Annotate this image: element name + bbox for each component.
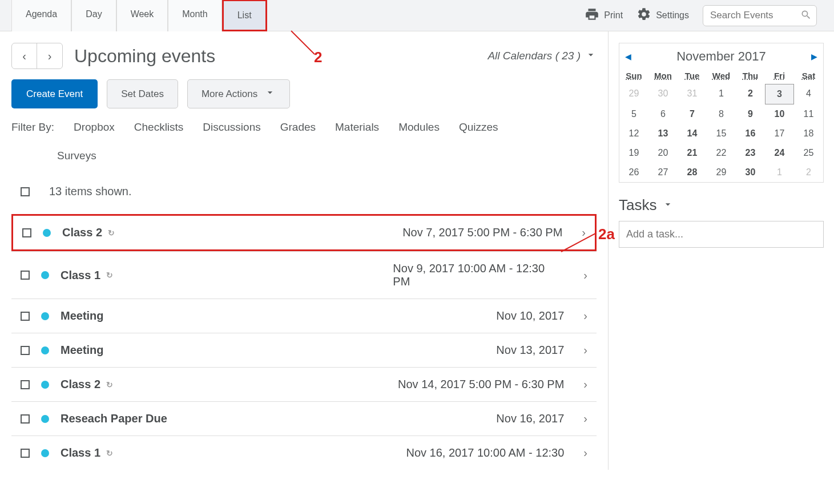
event-row[interactable]: Class 1 ↻ Nov 16, 2017 10:00 AM - 12:30 … bbox=[11, 436, 597, 470]
chevron-right-icon[interactable]: › bbox=[583, 309, 587, 322]
mini-cal-day[interactable]: 29 bbox=[619, 84, 648, 104]
filter-discussions[interactable]: Discussions bbox=[203, 121, 260, 134]
mini-cal-day[interactable]: 8 bbox=[707, 104, 736, 124]
mini-cal-day[interactable]: 17 bbox=[765, 124, 794, 143]
event-row[interactable]: Class 2 ↻ Nov 14, 2017 5:00 PM - 6:30 PM… bbox=[11, 367, 597, 401]
mini-cal-day[interactable]: 30 bbox=[648, 84, 678, 104]
event-checkbox[interactable] bbox=[21, 346, 30, 355]
event-title: Meeting bbox=[61, 344, 104, 357]
settings-button[interactable]: Settings bbox=[636, 7, 689, 24]
create-event-button[interactable]: Create Event bbox=[11, 79, 98, 108]
chevron-right-icon[interactable]: › bbox=[583, 269, 587, 282]
event-row[interactable]: Meeting Nov 13, 2017 › bbox=[11, 333, 597, 367]
mini-cal-day[interactable]: 29 bbox=[707, 163, 736, 182]
event-checkbox[interactable] bbox=[21, 312, 30, 321]
repeat-icon: ↻ bbox=[106, 380, 113, 389]
event-color-dot bbox=[41, 381, 49, 389]
filter-dropbox[interactable]: Dropbox bbox=[74, 121, 115, 134]
event-checkbox[interactable] bbox=[21, 380, 30, 389]
count-text: 13 items shown. bbox=[49, 185, 132, 198]
filter-label: Filter By: bbox=[11, 121, 54, 134]
chevron-right-icon[interactable]: › bbox=[583, 412, 587, 425]
event-row[interactable]: Reseach Paper Due Nov 16, 2017 › bbox=[11, 401, 597, 436]
prev-button[interactable]: ‹ bbox=[12, 43, 37, 68]
tab-week[interactable]: Week bbox=[116, 0, 168, 31]
chevron-right-icon[interactable]: › bbox=[582, 226, 586, 239]
mini-cal-day[interactable]: 13 bbox=[648, 124, 678, 143]
count-row: 13 items shown. bbox=[11, 179, 597, 204]
event-checkbox[interactable] bbox=[22, 228, 31, 237]
filter-modules[interactable]: Modules bbox=[398, 121, 440, 134]
chevron-right-icon[interactable]: › bbox=[583, 344, 587, 357]
filter-materials[interactable]: Materials bbox=[335, 121, 379, 134]
mini-cal-day[interactable]: 16 bbox=[736, 124, 765, 143]
mini-cal-day[interactable]: 26 bbox=[619, 163, 648, 182]
mini-cal-day[interactable]: 24 bbox=[765, 143, 794, 163]
mini-cal-day[interactable]: 25 bbox=[794, 143, 823, 163]
mini-cal-day[interactable]: 3 bbox=[765, 84, 794, 104]
mini-cal-day[interactable]: 9 bbox=[736, 104, 765, 124]
mini-cal-day[interactable]: 2 bbox=[736, 84, 765, 104]
more-actions-button[interactable]: More Actions bbox=[187, 79, 290, 108]
search-box[interactable] bbox=[703, 5, 817, 26]
mini-cal-day[interactable]: 5 bbox=[619, 104, 648, 124]
event-row[interactable]: Class 1 ↻ Nov 9, 2017 10:00 AM - 12:30 P… bbox=[11, 251, 597, 299]
mini-cal-day[interactable]: 11 bbox=[794, 104, 823, 124]
mini-cal-day[interactable]: 22 bbox=[707, 143, 736, 163]
mini-cal-day[interactable]: 21 bbox=[678, 143, 707, 163]
top-right-controls: Print Settings bbox=[585, 5, 834, 26]
mini-prev-button[interactable]: ◀ bbox=[625, 52, 631, 61]
event-date: Nov 7, 2017 5:00 PM - 6:30 PM bbox=[402, 226, 562, 239]
filter-grades[interactable]: Grades bbox=[280, 121, 316, 134]
mini-cal-day[interactable]: 23 bbox=[736, 143, 765, 163]
add-task-input[interactable] bbox=[619, 221, 824, 248]
event-checkbox[interactable] bbox=[21, 449, 30, 458]
filter-surveys[interactable]: Surveys bbox=[57, 150, 96, 162]
mini-cal-day[interactable]: 18 bbox=[794, 124, 823, 143]
select-all-checkbox[interactable] bbox=[21, 187, 30, 196]
tab-agenda[interactable]: Agenda bbox=[11, 0, 71, 31]
filter-checklists[interactable]: Checklists bbox=[134, 121, 184, 134]
event-date: Nov 14, 2017 5:00 PM - 6:30 PM bbox=[398, 378, 564, 391]
event-title: Class 2 ↻ bbox=[62, 226, 115, 239]
filter-quizzes[interactable]: Quizzes bbox=[459, 121, 498, 134]
mini-cal-header: Mon bbox=[648, 67, 678, 84]
event-title: Reseach Paper Due bbox=[61, 412, 167, 425]
print-button[interactable]: Print bbox=[585, 7, 623, 24]
mini-cal-day[interactable]: 31 bbox=[678, 84, 707, 104]
event-row[interactable]: Class 2 ↻ Nov 7, 2017 5:00 PM - 6:30 PM … bbox=[11, 214, 597, 251]
mini-cal-day[interactable]: 12 bbox=[619, 124, 648, 143]
mini-cal-day[interactable]: 10 bbox=[765, 104, 794, 124]
gear-icon bbox=[636, 7, 651, 24]
set-dates-button[interactable]: Set Dates bbox=[107, 79, 178, 108]
page-title: Upcoming events bbox=[74, 46, 215, 67]
mini-cal-header: Fri bbox=[765, 67, 794, 84]
event-row[interactable]: Meeting Nov 10, 2017 › bbox=[11, 299, 597, 333]
mini-cal-day[interactable]: 15 bbox=[707, 124, 736, 143]
mini-cal-day[interactable]: 6 bbox=[648, 104, 678, 124]
next-button[interactable]: › bbox=[37, 43, 62, 68]
repeat-icon: ↻ bbox=[108, 228, 115, 237]
mini-cal-day[interactable]: 2 bbox=[794, 163, 823, 182]
chevron-right-icon[interactable]: › bbox=[583, 378, 587, 391]
chevron-right-icon[interactable]: › bbox=[583, 446, 587, 459]
mini-cal-day[interactable]: 7 bbox=[678, 104, 707, 124]
mini-next-button[interactable]: ▶ bbox=[811, 52, 817, 61]
calendars-dropdown[interactable]: All Calendars ( 23 ) bbox=[487, 49, 597, 63]
mini-cal-day[interactable]: 30 bbox=[736, 163, 765, 182]
tab-list[interactable]: List bbox=[222, 0, 267, 31]
mini-cal-day[interactable]: 4 bbox=[794, 84, 823, 104]
mini-cal-day[interactable]: 14 bbox=[678, 124, 707, 143]
tasks-heading[interactable]: Tasks bbox=[619, 196, 824, 214]
event-checkbox[interactable] bbox=[21, 271, 30, 280]
search-input[interactable] bbox=[710, 10, 796, 21]
event-checkbox[interactable] bbox=[21, 414, 30, 424]
mini-cal-day[interactable]: 1 bbox=[707, 84, 736, 104]
mini-cal-day[interactable]: 20 bbox=[648, 143, 678, 163]
tab-month[interactable]: Month bbox=[168, 0, 221, 31]
mini-cal-day[interactable]: 27 bbox=[648, 163, 678, 182]
mini-cal-day[interactable]: 1 bbox=[765, 163, 794, 182]
mini-cal-day[interactable]: 19 bbox=[619, 143, 648, 163]
mini-cal-day[interactable]: 28 bbox=[678, 163, 707, 182]
tab-day[interactable]: Day bbox=[71, 0, 116, 31]
